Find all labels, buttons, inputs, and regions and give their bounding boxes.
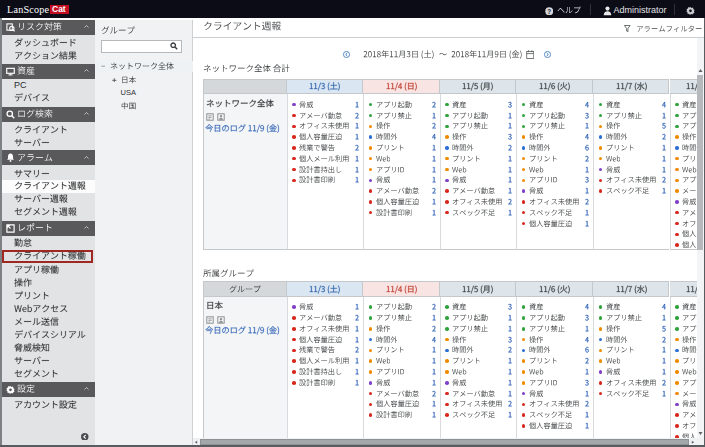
svg-text:?: ? — [547, 7, 551, 14]
